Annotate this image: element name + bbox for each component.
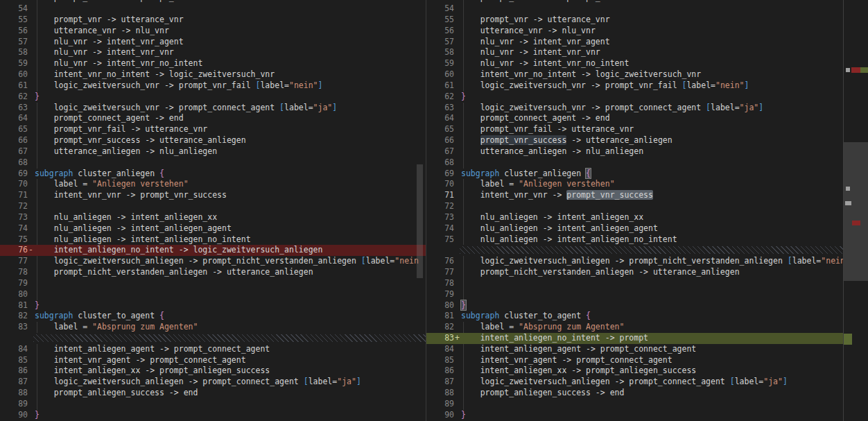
line-number: 67 [0,146,28,157]
modified-editor-pane[interactable]: 53 prompt_welcome -> prompt_vnr5455 prom… [426,0,843,421]
code-line[interactable]: 83 label = "Absprung zum Agenten" [0,322,426,333]
code-line[interactable]: 82subgraph cluster_to_agent { [0,311,426,322]
original-editor-pane[interactable]: 53 prompt_welcome -> prompt_vnr5455 prom… [0,0,426,421]
code-line[interactable]: 56 utterance_vnr -> nlu_vnr [0,26,426,37]
code-line[interactable]: 58 nlu_vnr -> intent_vnr_vnr [426,47,843,58]
code-line[interactable]: 75 nlu_anliegen -> intent_anliegen_no_in… [426,234,843,246]
code-line[interactable]: 71 intent_vnr_vnr -> prompt_vnr_success [0,190,426,201]
code-line[interactable]: 79 [0,278,426,289]
code-line[interactable]: 59 nlu_vnr -> intent_vnr_no_intent [426,58,843,69]
code-line[interactable]: 62} [0,92,426,103]
original-scrollbar-thumb[interactable] [417,164,423,278]
code-token: [ [361,256,366,266]
hatch-pattern [460,246,843,254]
code-token: prompt_welcome -> prompt_vnr [35,0,189,2]
code-line[interactable]: 55 prompt_vnr -> utterance_vnr [0,15,426,26]
line-number: 83 [0,322,28,333]
code-line[interactable]: 66 prompt_vnr_success -> utterance_anlie… [0,135,426,146]
code-line[interactable]: 76 logic_zweitversuch_anliegen -> prompt… [426,256,843,267]
code-line[interactable]: 89 [0,399,426,410]
code-line[interactable]: 72 [0,201,426,212]
code-token: subgraph [461,311,499,320]
code-text: } [461,410,466,421]
diff-alignment-filler[interactable] [0,333,426,344]
code-line[interactable]: 73 nlu_anliegen -> intent_anliegen_xx [426,212,843,223]
code-line[interactable]: 78 [426,278,843,289]
code-line[interactable]: 84 intent_anliegen_agent -> prompt_conne… [426,344,843,355]
code-line[interactable]: 87 logic_zweitversuch_anliegen -> prompt… [0,377,426,388]
code-line[interactable]: 65 prompt_vnr_fail -> utterance_vnr [426,124,843,135]
diff-overview-ruler[interactable] [843,0,868,421]
code-line[interactable]: 85 intent_vnr_agent -> prompt_connect_ag… [0,355,426,366]
code-line[interactable]: 90} [0,410,426,421]
code-text: nlu_anliegen -> intent_anliegen_agent [461,223,658,234]
code-line[interactable]: 54 [0,3,426,15]
code-line[interactable]: 57 nlu_vnr -> intent_vnr_agent [0,37,426,48]
code-line[interactable]: 80 [0,289,426,300]
code-line[interactable]: 79 [426,289,843,300]
code-line[interactable]: 69subgraph cluster_anliegen { [426,169,843,180]
code-line[interactable]: 69subgraph cluster_anliegen { [0,169,426,180]
code-line[interactable]: 80} [426,300,843,311]
line-number: 84 [426,344,454,355]
code-line[interactable]: 77 logic_zweitversuch_anliegen -> prompt… [0,256,426,267]
code-line[interactable]: 82 label = "Absprung zum Agenten" [426,322,843,333]
code-line[interactable]: 55 prompt_vnr -> utterance_vnr [426,15,843,26]
code-token: nlu_anliegen -> intent_anliegen_agent [461,223,658,233]
code-line[interactable]: 78 prompt_nicht_verstanden_anliegen -> u… [0,267,426,278]
diff-alignment-filler[interactable] [426,245,843,256]
code-line[interactable]: 85 intent_vnr_agent -> prompt_connect_ag… [426,355,843,366]
code-line[interactable]: 84 intent_anliegen_agent -> prompt_conne… [0,344,426,355]
code-token: "ja" [313,103,333,112]
code-line[interactable]: 66 prompt_vnr_success -> utterance_anlie… [426,135,843,146]
code-line[interactable]: 61 logic_zweitversuch_vnr -> prompt_vnr_… [426,80,843,92]
code-line[interactable]: 61 logic_zweitversuch_vnr -> prompt_vnr_… [0,80,426,92]
code-line[interactable]: 73 nlu_anliegen -> intent_anliegen_xx [0,212,426,223]
code-token [461,135,480,145]
code-line[interactable]: 60 intent_vnr_no_intent -> logic_zweitve… [0,69,426,80]
code-line[interactable]: 59 nlu_vnr -> intent_vnr_no_intent [0,58,426,69]
code-line[interactable]: 63 logic_zweitversuch_vnr -> prompt_conn… [426,103,843,114]
code-line[interactable]: 60 intent_vnr_no_intent -> logic_zweitve… [426,69,843,80]
code-line[interactable]: 64 prompt_connect_agent -> end [426,113,843,124]
code-line[interactable]: 90} [426,410,843,421]
code-line[interactable]: 54 [426,3,843,15]
modified-scrollbar-thumb[interactable] [844,142,868,281]
code-line[interactable]: 77 prompt_nicht_verstanden_anliegen -> u… [426,267,843,278]
code-line[interactable]: 71 intent_vnr_vnr -> prompt_vnr_success [426,190,843,201]
code-line[interactable]: 88 prompt_anliegen_success -> end [426,388,843,399]
line-number: 67 [426,146,454,157]
line-number: 75 [426,234,454,246]
added-code-line[interactable]: 83+ intent_anliegen_no_intent -> prompt [426,333,843,344]
code-text: label = "Absprung zum Agenten" [461,322,624,333]
code-line[interactable]: 70 label = "Anliegen verstehen" [426,179,843,190]
code-line[interactable]: 57 nlu_vnr -> intent_vnr_agent [426,37,843,48]
code-line[interactable]: 75 nlu_anliegen -> intent_anliegen_no_in… [0,234,426,246]
code-line[interactable]: 88 prompt_anliegen_success -> end [0,388,426,399]
code-line[interactable]: 64 prompt_connect_agent -> end [0,113,426,124]
code-line[interactable]: 81subgraph cluster_to_agent { [426,311,843,322]
code-token: prompt_vnr_fail -> utterance_vnr [461,124,634,134]
code-line[interactable]: 72 [426,201,843,212]
code-line[interactable]: 67 utterance_anliegen -> nlu_anliegen [426,146,843,157]
code-token: logic_zweitversuch_anliegen -> prompt_ni… [461,256,788,266]
code-line[interactable]: 70 label = "Anliegen verstehen" [0,179,426,190]
code-line[interactable]: 74 nlu_anliegen -> intent_anliegen_agent [0,223,426,234]
code-line[interactable]: 63 logic_zweitversuch_vnr -> prompt_conn… [0,103,426,114]
code-line[interactable]: 74 nlu_anliegen -> intent_anliegen_agent [426,223,843,234]
line-number: 79 [426,289,454,300]
code-line[interactable]: 62} [426,92,843,103]
code-line[interactable]: 65 prompt_vnr_fail -> utterance_vnr [0,124,426,135]
code-line[interactable]: 86 intent_anliegen_xx -> prompt_anliegen… [426,366,843,377]
code-line[interactable]: 58 nlu_vnr -> intent_vnr_vnr [0,47,426,58]
code-text: utterance_vnr -> nlu_vnr [461,26,596,37]
removed-code-line[interactable]: 76- intent_anliegen_no_intent -> logic_z… [0,245,426,256]
code-line[interactable]: 68 [0,157,426,169]
code-line[interactable]: 87 logic_zweitversuch_anliegen -> prompt… [426,377,843,388]
code-line[interactable]: 68 [426,157,843,169]
code-line[interactable]: 89 [426,399,843,410]
code-line[interactable]: 56 utterance_vnr -> nlu_vnr [426,26,843,37]
code-line[interactable]: 86 intent_anliegen_xx -> prompt_anliegen… [0,366,426,377]
code-line[interactable]: 67 utterance_anliegen -> nlu_anliegen [0,146,426,157]
code-line[interactable]: 81} [0,300,426,311]
